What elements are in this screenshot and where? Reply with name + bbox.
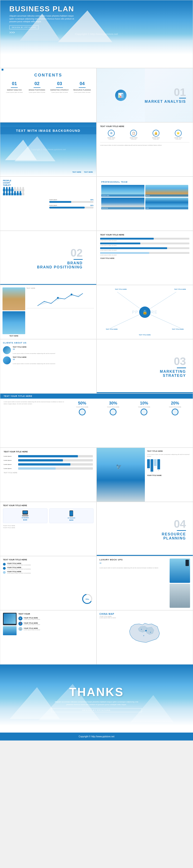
- icon-text-3: Lorem text: [152, 138, 160, 140]
- hbar-label-1: Lorem ipsum: [4, 456, 17, 457]
- label-2: TEXT HERE: [84, 171, 93, 173]
- photo-label-4: LAKE: [145, 207, 189, 209]
- list-item-2: 📍 YOUR TITLE HERE Lorem ipsum dolor sit …: [19, 622, 93, 626]
- progress-bars: Lorem ipsum dolor sit amet Lorem ipsum d…: [100, 238, 189, 256]
- resource-title-text: RESOURCEPLANNING: [162, 532, 186, 540]
- content-item-3: 03 MARKETING STRATEGY Lorem ipsum dolor …: [50, 81, 69, 93]
- hbar-3: Lorem ipsum: [4, 463, 93, 466]
- slide15-title: TEXT YOUR TITLE HERE: [4, 451, 93, 453]
- content-item-2: 02 BRAND POSITIONING Lorem ipsum dolor s…: [27, 81, 47, 93]
- hbar-fill-3: [18, 463, 71, 466]
- donut-3: [141, 409, 147, 415]
- slide-text-title: TEXT YOUR TITLE HERE ⚙ YOUR TEXT Lorem t…: [96, 122, 193, 177]
- team-photo-3: MOUNTAIN: [101, 197, 144, 209]
- stat-label-3: YOUR TITLE NAME: [130, 406, 158, 408]
- list-text-1: Lorem ipsum dolor sit amet: [24, 619, 40, 620]
- progress-80: Lorem ipsum 80%: [49, 205, 94, 209]
- progress-80-pct: 80%: [90, 205, 93, 206]
- progress-80-header: Lorem ipsum 80%: [49, 205, 94, 206]
- person-5: [14, 188, 16, 191]
- cover-subtitle: Aliquam accumsan ridiculus consectetur t…: [9, 14, 77, 23]
- resource-accent: [177, 530, 186, 531]
- mockup-photo-2: [170, 584, 190, 608]
- people-chart-left: PEOPLECHARTTABLET: [3, 180, 48, 228]
- cards-labels: YOUR TITLE HERE YOUR TITLE HERE: [3, 525, 93, 528]
- person-b1: [3, 192, 5, 195]
- slide17-title: TEXT YOUR TITLE HERE: [3, 504, 93, 506]
- svg-point-11: [150, 632, 151, 633]
- content-num-4: 04: [73, 81, 92, 86]
- ui-card-1: UI DESIGN $100: [3, 508, 48, 523]
- list-text-2: Lorem ipsum dolor sit amet: [24, 624, 40, 625]
- resource-text: 04 RESOURCEPLANNING: [162, 518, 186, 540]
- clients-list: TEXT TITLE HERE " Lorem ipsum dolor sit …: [3, 346, 93, 365]
- slide-ui-cards: TEXT YOUR TITLE HERE UI DESIGN $100 UX D…: [0, 502, 96, 556]
- list-content-2: YOUR TITLE HERE Lorem ipsum dolor sit am…: [24, 622, 40, 625]
- client-avatar-1: [3, 346, 11, 354]
- luxury-quote-mark: ": [100, 562, 167, 566]
- card-price-1: $100: [5, 519, 46, 521]
- bar-fill-4: [100, 252, 149, 254]
- card-title-1: UI DESIGN: [5, 517, 46, 518]
- market-analysis-text: 01 MARKET ANALYSIS: [145, 87, 186, 104]
- laptop-photo: [3, 613, 17, 625]
- team-content: PROFESSIONAL TEAM OCEAN VIEW BEACH MOUNT…: [99, 179, 191, 211]
- bar-row-1: Lorem ipsum dolor sit amet: [100, 238, 189, 241]
- hbar-3-row: Lorem ipsum: [4, 463, 93, 466]
- market-title: MARKET ANALYSIS: [145, 100, 186, 104]
- people-chart-layout: PEOPLECHARTTABLET: [3, 180, 93, 228]
- photo-label-1: OCEAN VIEW: [101, 194, 144, 197]
- stat-num-1: 50%: [68, 401, 96, 406]
- person-b7: [19, 192, 22, 195]
- bar-bg-3: [100, 247, 189, 249]
- slide10-label: TEXT HERE: [2, 335, 25, 337]
- timeline-dot-3: [3, 571, 6, 574]
- strategy-title: MARKETINGSTRATEGY: [160, 370, 186, 378]
- progress-50-header: Lorem ipsum 50%: [49, 199, 94, 200]
- text-your-layout: TEXT YOUR ✈ YOUR TITLE HERE Lorem ipsum …: [3, 613, 93, 662]
- timeline-dot-1: [3, 563, 6, 566]
- progress-50-fill: [49, 201, 72, 203]
- progress-50-label: Lorem ipsum: [49, 199, 57, 200]
- progress-50-pct: 50%: [90, 199, 93, 200]
- client-item-1: TEXT TITLE HERE " Lorem ipsum dolor sit …: [3, 346, 93, 354]
- text-image-title: TEXT WITH IMAGE BACKGROUND: [5, 129, 92, 132]
- slide-text-image-bg: TEXT WITH IMAGE BACKGROUND TEXT HERE TEX…: [0, 122, 96, 177]
- thanks-content: THANKS Aliquam accumsan ridiculus consec…: [51, 685, 142, 712]
- row-6-7: PEOPLECHARTTABLET: [0, 177, 193, 231]
- china-map-title: CHINA MAP: [100, 613, 190, 615]
- hbar-2-row: Lorem ipsum: [4, 459, 93, 461]
- hex-2: TEXT TITLE HERE: [174, 288, 186, 290]
- person-b3: [8, 192, 11, 195]
- people-chart-title: PEOPLECHARTTABLET: [3, 180, 48, 186]
- svg-point-10: [141, 629, 142, 630]
- stat-2: 30% YOUR TITLE NAME: [99, 401, 128, 415]
- slide-resource-planning: 04 RESOURCEPLANNING: [96, 502, 193, 556]
- col-title: YOUR TITLE NAME: [147, 475, 191, 476]
- divider-3: [56, 87, 63, 88]
- team-photo-4: LAKE: [145, 197, 189, 209]
- bar-fill-2: [100, 243, 140, 244]
- timeline-content-2: YOUR TITLE HERE Lorem ipsum dolor sit am…: [7, 567, 93, 570]
- client-item-2: TEXT TITLE HERE " Lorem ipsum dolor sit …: [3, 356, 93, 365]
- icon-circle-1: ⚙: [108, 130, 115, 136]
- people-chart-right: Lorem ipsum 50% Lorem ipsum 80%: [49, 180, 94, 228]
- col-label-2: B: [151, 472, 152, 473]
- brand-accent: [74, 259, 83, 260]
- cover-title: BUSINESS PLAN: [9, 5, 77, 13]
- person-6: [17, 188, 19, 191]
- progress-50: Lorem ipsum 50%: [49, 199, 94, 203]
- hbar-fill-1: [18, 455, 78, 457]
- text-your-title: TEXT YOUR: [19, 613, 93, 615]
- icon-text-2: Lorem text: [130, 138, 137, 140]
- team-photo-2: BEACH: [145, 185, 189, 197]
- content-label-3: MARKETING STRATEGY: [50, 89, 69, 91]
- photo-label-3: MOUNTAIN: [101, 207, 144, 209]
- list-title-2: YOUR TITLE HERE: [24, 622, 40, 624]
- content-desc-4: Lorem ipsum dolor sit amet: [73, 92, 92, 93]
- divider-2: [34, 87, 40, 88]
- laptop-base-icon: [22, 516, 28, 516]
- content-label-1: MARKET ANALYSIS: [5, 89, 24, 91]
- card-price-2: $200: [51, 519, 92, 521]
- chart-baseline: [26, 308, 94, 308]
